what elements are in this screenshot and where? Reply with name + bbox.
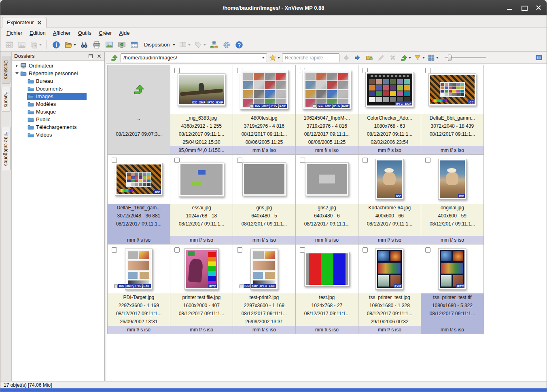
tag-toolbar-button[interactable] <box>193 39 207 51</box>
file-cell[interactable]: ICCXMPIPTCEXIF_mg_6383.jpg4368x2912 - 1 … <box>170 65 233 155</box>
side-tab-dossiers[interactable]: Dossiers <box>2 56 11 84</box>
tree-item-bureau[interactable]: Bureau <box>12 77 104 85</box>
info-toolbar-button[interactable] <box>51 39 62 51</box>
menu-afficher[interactable]: Afficher <box>49 28 74 38</box>
hierarchy-toolbar-button[interactable] <box>208 39 220 51</box>
file-cell[interactable]: ICCoriginal.jpg400x600 - 5908/12/2017 09… <box>421 155 484 244</box>
zoom-slider-handle[interactable] <box>448 55 452 61</box>
close-panel-button[interactable] <box>96 53 102 59</box>
menu-fichier[interactable]: Fichier <box>3 28 26 38</box>
slideshow-toolbar-button[interactable] <box>104 39 115 51</box>
tree-item-modeles[interactable]: Modèles <box>12 100 104 108</box>
file-cell[interactable]: ICCXMPIPTCEXIF4800test.jpg3719x2976 - 4 … <box>233 65 296 155</box>
filter-icon <box>414 54 421 61</box>
compare-toolbar-button[interactable] <box>178 39 192 51</box>
tree-item-videos[interactable]: Vidéos <box>12 131 104 139</box>
search-toolbar-button[interactable] <box>78 39 90 51</box>
tree-item-telechargements[interactable]: Téléchargements <box>12 123 104 131</box>
calendar-toolbar-button[interactable] <box>129 39 140 51</box>
menu-edition[interactable]: Edition <box>26 28 49 38</box>
tree-item-repertoire-personnel[interactable]: Répertoire personnel <box>12 70 104 77</box>
file-cell[interactable]: ICCDeltaE_16bit_gam...3072x2048 - 36 881… <box>108 155 170 244</box>
delete-button[interactable] <box>388 53 398 63</box>
file-taken-date: 29/10/2006 00:32 <box>358 318 421 326</box>
disposition-toolbar-button[interactable]: Disposition <box>141 39 176 51</box>
file-cell[interactable]: gris2.jpg640x480 - 608/12/2017 09:11:1..… <box>296 155 358 244</box>
back-button[interactable] <box>341 53 351 63</box>
parent-folder-cell[interactable]: ..08/12/2017 09:07:3... <box>108 65 170 155</box>
open-folder-toolbar-button[interactable] <box>63 39 77 51</box>
file-checkbox[interactable] <box>425 68 430 73</box>
help-toolbar-button[interactable] <box>233 39 245 51</box>
zoom-slider[interactable] <box>445 53 486 63</box>
quick-search-input[interactable] <box>282 53 339 62</box>
menu-outils[interactable]: Outils <box>74 28 95 38</box>
favorites-star-button[interactable] <box>268 53 281 63</box>
file-checkbox[interactable] <box>174 247 180 253</box>
tree-item-images[interactable]: Images <box>12 93 104 100</box>
expander-collapsed-icon[interactable] <box>14 64 19 67</box>
browser-toolbar-button[interactable] <box>4 39 15 51</box>
thumbnail-size-button[interactable] <box>534 53 544 63</box>
up-level-button[interactable] <box>399 53 412 63</box>
new-folder-icon <box>366 54 373 61</box>
file-checkbox[interactable] <box>237 247 242 253</box>
file-cell[interactable]: ICCXMPIPTCEXIFtest-print2.jpg2297x3600 -… <box>233 244 296 334</box>
side-tab-favoris[interactable]: Favoris <box>2 87 11 112</box>
menu-aide[interactable]: Aide <box>115 28 133 38</box>
convert-toolbar-button[interactable] <box>29 39 43 51</box>
side-tab-filtre-categories[interactable]: Filtre catégories <box>2 127 11 170</box>
main-area: DossiersFavorisFiltre catégories Dossier… <box>0 52 547 381</box>
settings-toolbar-button[interactable] <box>221 39 232 51</box>
tab-close-icon[interactable] <box>37 20 42 25</box>
minimize-button[interactable] <box>505 3 514 13</box>
file-checkbox[interactable] <box>363 247 368 253</box>
file-cell[interactable]: ICCXMPIPTCEXIFPDI-Target.jpg2297x3600 - … <box>108 244 170 334</box>
file-cell[interactable]: IPTCprinter test file.jpg1600x2000 - 407… <box>170 244 233 334</box>
file-cell[interactable]: ICCXMPIPTCEXIF106245047_fhpbM-...3719x29… <box>296 65 358 155</box>
file-cell[interactable]: IPTCtss_printer_test.tif1080x1680 - 5 32… <box>421 244 484 334</box>
undock-panel-button[interactable] <box>88 53 93 59</box>
tab-label: Explorateur <box>7 19 34 25</box>
file-checkbox[interactable] <box>112 158 117 163</box>
file-checkbox[interactable] <box>174 68 180 73</box>
maximize-button[interactable] <box>519 3 529 13</box>
tree-item-musique[interactable]: Musique <box>12 108 104 116</box>
path-combo-arrow[interactable] <box>260 54 267 62</box>
icc-badge: ICC <box>317 104 324 108</box>
tree-item-public[interactable]: Public <box>12 116 104 123</box>
capture-toolbar-button[interactable] <box>116 39 127 51</box>
thumbnail-image <box>180 164 223 195</box>
file-name: 4800test.jpg <box>233 114 295 122</box>
file-cell[interactable]: ICCDeltaE_8bit_gamm...3072x2048 - 18 439… <box>421 65 484 155</box>
thumbnail-image <box>304 72 350 108</box>
view-mode-button[interactable] <box>427 53 439 63</box>
tree-item-label: Images <box>36 93 53 99</box>
file-checkbox[interactable] <box>363 158 368 163</box>
file-cell[interactable]: ICCKodachrome-64.jpg400x600 - 6608/12/20… <box>358 155 421 244</box>
new-folder-button[interactable] <box>364 53 375 63</box>
file-cell[interactable]: essai.jpg1024x768 - 1808/12/2017 09:11:1… <box>170 155 233 244</box>
path-combobox[interactable]: /home/baudinr/Images/ <box>121 53 267 62</box>
file-cell[interactable]: EXIFtss_printer_test.jpg1080x1680 - 1 32… <box>358 244 421 334</box>
file-cell[interactable]: test.jpg1024x768 - 2708/12/2017 09:11:1.… <box>296 244 358 334</box>
forward-button[interactable] <box>352 53 363 63</box>
tree-item-ordinateur[interactable]: Ordinateur <box>12 62 104 70</box>
file-checkbox[interactable] <box>425 247 430 253</box>
viewer-toolbar-button[interactable] <box>16 39 28 51</box>
tree-item-documents[interactable]: Documents <box>12 85 104 93</box>
menu-creer[interactable]: Créer <box>95 28 116 38</box>
file-cell[interactable]: gris.jpg640x480 - 508/12/2017 09:11:1...… <box>233 155 296 244</box>
expander-expanded-icon[interactable] <box>14 72 19 74</box>
close-button[interactable] <box>534 3 543 13</box>
file-checkbox[interactable] <box>425 158 430 163</box>
print-toolbar-button[interactable] <box>91 39 102 51</box>
filter-button[interactable] <box>413 53 426 63</box>
file-cell[interactable]: IPTCEXIFColorChecker_Ado...1080x768 - 63… <box>358 65 421 155</box>
file-checkbox[interactable] <box>112 247 117 253</box>
rename-button[interactable] <box>376 53 386 63</box>
tab-explorateur[interactable]: Explorateur <box>2 17 47 27</box>
file-checkbox[interactable] <box>237 158 242 163</box>
file-checkbox[interactable] <box>300 158 305 163</box>
go-up-button[interactable] <box>109 53 119 63</box>
